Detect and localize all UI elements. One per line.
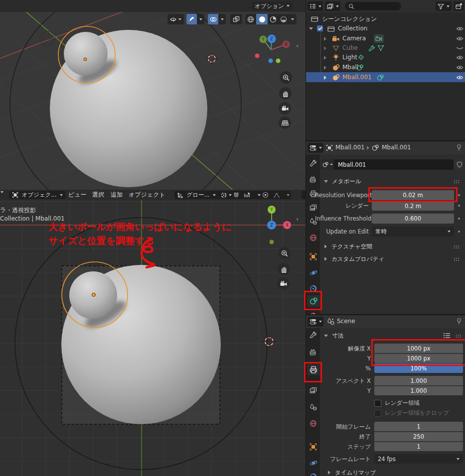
proportional-falloff-dropdown[interactable] xyxy=(272,191,291,199)
shading-solid-button[interactable] xyxy=(256,14,268,24)
metaball-data-icon[interactable] xyxy=(356,64,364,71)
modifier-wrench-icon[interactable] xyxy=(368,45,375,51)
crop-region-row[interactable]: レンダー領域をクロップ xyxy=(374,409,449,417)
animate-dot[interactable] xyxy=(458,194,460,196)
expand-arrow[interactable] xyxy=(324,66,326,70)
camera-view-button[interactable] xyxy=(279,102,291,115)
sidebar-collapse-arrow-top[interactable]: ‹ xyxy=(296,42,299,49)
id-name-field[interactable]: Mball.001 xyxy=(334,159,454,170)
breadcrumb-scene-name[interactable]: Scene xyxy=(337,318,355,325)
mode-selector[interactable]: オブジェク... xyxy=(9,191,66,199)
eye-icon[interactable] xyxy=(456,55,464,60)
animate-dot[interactable] xyxy=(458,231,460,233)
aspect-y-field[interactable]: 1.000 xyxy=(374,386,463,395)
id-type-dropdown[interactable] xyxy=(321,159,334,170)
pin-icon[interactable] xyxy=(456,144,463,151)
frame-end-field[interactable]: 250 xyxy=(374,432,463,441)
render-region-row[interactable]: レンダー領域 xyxy=(374,399,420,407)
filter-display-dropdown[interactable] xyxy=(325,1,340,11)
metaball-spheres[interactable] xyxy=(61,265,221,424)
render-resolution-field[interactable]: 0.2 m xyxy=(372,201,454,211)
presets-list-icon[interactable] xyxy=(443,333,451,339)
clipped-dropdown-stub[interactable] xyxy=(0,193,3,200)
expand-arrow[interactable] xyxy=(324,56,326,60)
tab-tool[interactable] xyxy=(308,329,319,341)
sidebar-collapse-arrow-bottom[interactable]: ‹ xyxy=(296,215,299,223)
tab-object[interactable] xyxy=(308,251,319,262)
expand-arrow[interactable] xyxy=(324,76,326,80)
3d-viewport-canvas-top[interactable]: Y Z X xyxy=(0,12,306,190)
mesh-data-icon[interactable] xyxy=(377,45,384,51)
eye-icon[interactable] xyxy=(456,65,464,70)
pan-tool-button[interactable] xyxy=(278,263,290,275)
panel-drag-handle[interactable] xyxy=(456,334,462,338)
editor-type-dropdown[interactable] xyxy=(308,317,323,327)
eye-icon[interactable] xyxy=(456,26,464,31)
outliner-row-cube[interactable]: Cube xyxy=(306,43,465,53)
expand-arrow[interactable] xyxy=(309,27,313,30)
expand-arrow[interactable] xyxy=(324,37,326,41)
proportional-edit-toggle[interactable] xyxy=(261,191,272,199)
breadcrumb-data-name[interactable]: Mball.001 xyxy=(382,144,411,151)
show-gizmo-dropdown[interactable] xyxy=(197,14,204,24)
panel-time-remap-header[interactable]: タイムリマップ xyxy=(320,468,465,476)
show-overlays-dropdown[interactable] xyxy=(218,14,226,24)
outliner-row-scene-collection[interactable]: シーンコレクション xyxy=(306,14,465,23)
filter-dropdown[interactable] xyxy=(436,1,452,11)
tab-tool[interactable] xyxy=(308,157,319,169)
collection-checkbox[interactable] xyxy=(317,25,323,31)
tab-physics[interactable] xyxy=(308,267,319,278)
shading-dropdown[interactable] xyxy=(289,14,297,24)
snap-toggle[interactable] xyxy=(232,191,242,199)
outliner-row-mball[interactable]: Mball xyxy=(306,63,465,72)
camera-view-button[interactable] xyxy=(277,277,290,290)
tab-render[interactable] xyxy=(308,174,319,185)
panel-drag-handle[interactable] xyxy=(454,180,460,183)
zoom-tool-button[interactable] xyxy=(280,71,292,84)
influence-threshold-field[interactable]: 0.600 xyxy=(372,214,454,224)
animate-dot[interactable] xyxy=(458,205,460,207)
shading-wireframe-button[interactable] xyxy=(245,14,256,24)
frame-step-field[interactable]: 1 xyxy=(374,442,463,451)
update-on-edit-dropdown[interactable]: 常時 xyxy=(372,227,454,237)
panel-texture-space-header[interactable]: テクスチャ空間 xyxy=(320,241,465,251)
menu-object[interactable]: オブジェクト xyxy=(129,191,165,199)
eye-closed-icon[interactable] xyxy=(456,46,464,51)
search-input[interactable] xyxy=(345,2,401,10)
breadcrumb-object-name[interactable]: Mball.001 xyxy=(335,144,365,151)
tab-scene[interactable] xyxy=(308,401,319,413)
expand-arrow[interactable] xyxy=(324,46,326,50)
zoom-tool-button[interactable] xyxy=(278,247,291,259)
transform-orientation-dropdown[interactable]: グロー... xyxy=(174,191,219,199)
tab-material[interactable] xyxy=(308,310,319,314)
xray-toggle[interactable] xyxy=(230,14,242,24)
panel-drag-handle[interactable] xyxy=(454,245,460,248)
camera-data-icon[interactable] xyxy=(374,34,384,43)
outliner-row-light[interactable]: Light xyxy=(306,53,465,62)
outliner-row-mball001-selected[interactable]: Mball.001 xyxy=(306,72,465,82)
shading-rendered-button[interactable] xyxy=(279,14,289,24)
render-region-checkbox[interactable] xyxy=(374,400,381,407)
orthographic-toggle-button[interactable] xyxy=(279,117,291,129)
pan-tool-button[interactable] xyxy=(279,87,292,100)
fake-user-button[interactable] xyxy=(455,159,464,170)
menu-view[interactable]: ビュー xyxy=(68,191,87,199)
panel-metaball-header[interactable]: メタボール xyxy=(320,176,465,186)
eye-icon[interactable] xyxy=(456,75,464,80)
options-button[interactable]: オプション xyxy=(252,1,293,10)
menu-add[interactable]: 追加 xyxy=(111,191,123,199)
frame-start-field[interactable]: 1 xyxy=(374,422,463,431)
object-type-visibility-button[interactable] xyxy=(167,14,184,24)
panel-drag-handle[interactable] xyxy=(454,257,460,261)
show-overlays-toggle[interactable] xyxy=(208,14,218,24)
frame-rate-dropdown[interactable]: 24 fps xyxy=(374,454,463,464)
snap-target-dropdown[interactable] xyxy=(242,191,262,199)
tab-constraints[interactable] xyxy=(308,471,319,476)
light-data-icon[interactable] xyxy=(357,54,365,61)
editor-type-dropdown[interactable] xyxy=(308,143,323,153)
eye-icon[interactable] xyxy=(456,36,464,41)
crop-region-checkbox[interactable] xyxy=(374,410,381,417)
outliner-row-collection[interactable]: Collection xyxy=(306,24,465,33)
shading-material-button[interactable] xyxy=(268,14,279,24)
new-collection-button[interactable] xyxy=(454,1,464,11)
